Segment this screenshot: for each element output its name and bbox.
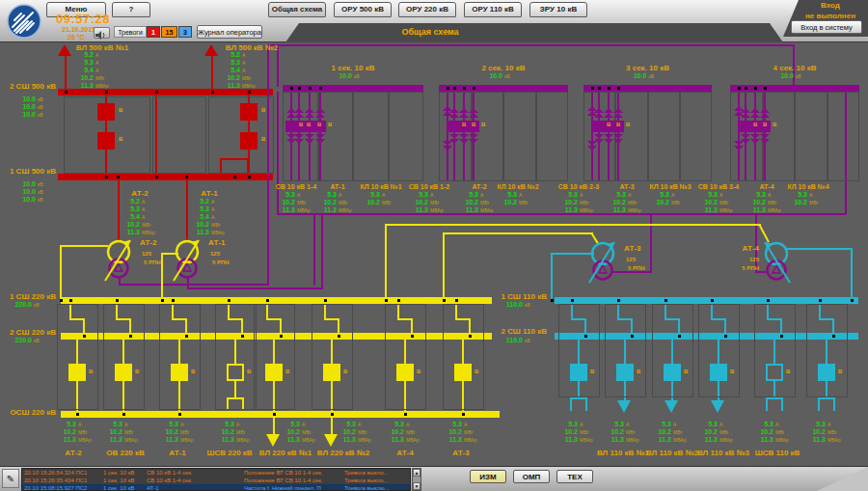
alarm-count-info[interactable]: 3 (178, 26, 192, 38)
transformer-rating: 125 (626, 256, 636, 264)
help-button[interactable]: ? (112, 2, 150, 17)
measurement-unit: МВт (719, 428, 734, 436)
measurement-value: 5.3 (452, 421, 462, 428)
tab-overview[interactable]: Общая схема (268, 2, 326, 17)
measurement-value: 11.3 (705, 436, 718, 444)
tab-oru-220[interactable]: ОРУ 220 кВ (398, 2, 456, 17)
autotransformer-AT-4[interactable] (753, 238, 800, 298)
breaker-110-ВЛ 110 кВ №1[interactable] (616, 364, 634, 381)
transformer-label: АТ-2 (131, 189, 148, 198)
measurement-unit: А (242, 59, 257, 67)
autotransformer-AT-3[interactable] (580, 238, 626, 298)
breaker-110-ШСВ 110 кВ[interactable] (766, 364, 783, 381)
breaker-500[interactable] (240, 132, 258, 150)
measurement-unit: А (719, 421, 734, 428)
autotransformer-AT-1[interactable] (164, 236, 210, 296)
chevron-icon (449, 139, 459, 144)
bay-measurements: 5.3А10.2МВт11.3МВАр (216, 421, 251, 444)
measurement-value: 11.3 (81, 82, 94, 90)
measurement-value: 10.2 (610, 428, 624, 436)
scroll-down-icon[interactable]: ▼ (413, 482, 420, 490)
breaker-500[interactable] (240, 103, 258, 121)
temperature: 26 °C (68, 34, 85, 41)
measurement-value: 5.2 (231, 51, 240, 59)
wire (443, 232, 445, 299)
feeder-arrow-icon (617, 400, 631, 413)
log-row[interactable]: 20.10 15:26:54.324 ПС1 1 сек. 10 кВ СВ 1… (22, 469, 410, 477)
bus-connection-dot (678, 335, 681, 338)
breaker-label: В (89, 368, 93, 376)
speaker-icon[interactable] (94, 27, 110, 39)
bay-label: ВЛ 110 кВ №3 (697, 449, 749, 457)
chevron-icon (294, 113, 304, 118)
bay-cell (648, 92, 680, 181)
busbar-10-sec1 (283, 85, 423, 92)
operator-journal-button[interactable]: Журнал оператора (197, 25, 262, 39)
omp-button[interactable]: ОМП (513, 470, 550, 483)
acknowledge-icon[interactable]: ✎ (2, 469, 19, 488)
busbar-10-sec2 (439, 85, 568, 92)
bay-label: КЛ 10 кВ №2 (497, 182, 538, 191)
measurement: 5.2А (222, 51, 257, 59)
breaker-220-АТ-3[interactable] (454, 364, 472, 381)
event-log[interactable]: 20.10 15:26:54.324 ПС1 1 сек. 10 кВ СВ 1… (21, 468, 411, 491)
scroll-up-icon[interactable]: ▲ (413, 469, 420, 477)
breaker-500[interactable] (97, 103, 115, 121)
bus-connection-dot (754, 87, 757, 90)
bus-connection-dot (631, 335, 634, 338)
bay-cell (680, 92, 712, 181)
measurement: 11.3МВАр (747, 206, 782, 214)
breaker-220-ОВ 220 кВ[interactable] (115, 364, 132, 381)
alarm-count-warning[interactable]: 15 (161, 26, 177, 38)
busbar-220-1 (61, 297, 492, 304)
breaker-220-ВЛ 220 кВ №1[interactable] (265, 364, 283, 381)
measurement-value: 11.3 (222, 436, 234, 444)
bus-connection-dot (211, 91, 214, 94)
breaker-110-0[interactable] (570, 364, 587, 381)
breaker-220-АТ-4[interactable] (396, 364, 414, 381)
measurement-unit: МВт (339, 199, 353, 206)
breaker-220-АТ-1[interactable] (171, 364, 188, 381)
measurement-unit: кВ (525, 301, 539, 309)
alarm-count-critical[interactable]: 1 (147, 26, 160, 38)
teh-button[interactable]: ТЕХ (556, 470, 593, 483)
log-scrollbar[interactable]: ▲ ▼ (412, 468, 421, 491)
transformer-label: АТ-1 (201, 189, 217, 198)
breaker-220-ВЛ 220 кВ №2[interactable] (323, 364, 340, 381)
measurement: 5.2А (75, 51, 110, 59)
breaker-500[interactable] (97, 132, 115, 150)
login-button[interactable]: Вход в систему (791, 20, 862, 34)
chevron-icon (305, 113, 314, 118)
tab-zru-10[interactable]: ЗРУ 10 кВ (529, 2, 587, 17)
breaker-220-ШСВ 220 кВ[interactable] (227, 364, 244, 381)
measurement-value: 10.2 (658, 428, 671, 436)
bay-cell (159, 304, 201, 410)
bay-label: АТ-2 (472, 182, 486, 191)
alarms-label[interactable]: Тревоги (114, 26, 147, 38)
breaker-110-ВЛ 110 кВ №2[interactable] (664, 364, 681, 381)
izm-button[interactable]: ИЗМ (470, 470, 506, 483)
breaker-110-5[interactable] (818, 364, 835, 381)
page-title: Общая схема (401, 27, 458, 37)
busbar-220-bypass (61, 411, 500, 418)
tab-oru-500[interactable]: ОРУ 500 кВ (334, 2, 392, 17)
bus-label: 1 СШ 500 кВ (0, 167, 56, 176)
measurement: 5.3А (222, 59, 257, 67)
bus-connection-dot (280, 335, 283, 338)
autotransformer-AT-2[interactable] (95, 236, 142, 296)
measurement: 11.3МВАр (277, 206, 312, 214)
measurement-value: 5.3 (756, 191, 766, 199)
breaker-label: В (317, 121, 321, 129)
breaker-110-ВЛ 110 кВ №3[interactable] (710, 364, 727, 381)
measurement: 5.3А (651, 191, 686, 199)
breaker-220-АТ-2[interactable] (68, 364, 86, 381)
log-status: Тревога выклю... (344, 484, 390, 491)
log-row-selected[interactable]: 20.10 15:08:15.927 ПС2 1 сек. 10 кВ АТ-1… (22, 484, 410, 491)
bus-voltage: 110.0кВ (504, 301, 539, 309)
bus-connection-dot (331, 413, 334, 416)
log-bay: АТ-1 (147, 484, 159, 491)
tab-oru-110[interactable]: ОРУ 110 кВ (464, 2, 522, 17)
measurement-value: 10.2 (221, 428, 234, 436)
log-section: 1 сек. 10 кВ (103, 469, 134, 477)
log-row[interactable]: 20.10 15:26:35.434 ПС1 1 сек. 10 кВ СВ 1… (22, 477, 410, 484)
